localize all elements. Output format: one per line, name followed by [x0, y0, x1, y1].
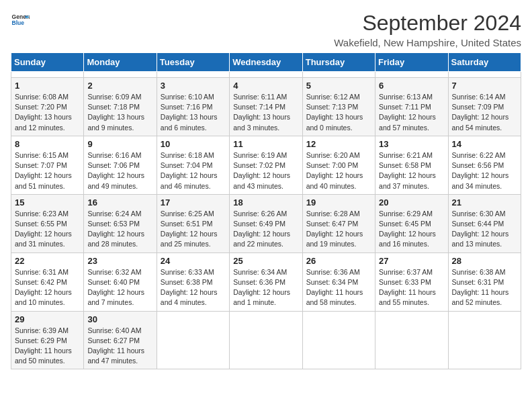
day-number: 9	[87, 139, 152, 149]
day-info: Sunrise: 6:25 AMSunset: 6:51 PMDaylight:…	[161, 209, 226, 250]
table-row: 4Sunrise: 6:11 AMSunset: 7:14 PMDaylight…	[230, 78, 302, 136]
calendar-week-row	[11, 72, 521, 78]
day-number: 3	[161, 81, 226, 91]
table-row	[11, 72, 84, 78]
location: Wakefield, New Hampshire, United States	[334, 37, 521, 48]
day-info: Sunrise: 6:36 AMSunset: 6:34 PMDaylight:…	[306, 267, 371, 308]
table-row	[302, 311, 375, 369]
calendar-week-row: 22Sunrise: 6:31 AMSunset: 6:42 PMDayligh…	[11, 253, 521, 311]
day-number: 17	[161, 197, 226, 208]
day-number: 28	[452, 256, 517, 266]
day-number: 11	[233, 139, 298, 149]
day-number: 5	[306, 81, 371, 91]
calendar-week-row: 8Sunrise: 6:15 AMSunset: 7:07 PMDaylight…	[11, 136, 521, 194]
day-info: Sunrise: 6:33 AMSunset: 6:38 PMDaylight:…	[161, 267, 226, 308]
table-row: 12Sunrise: 6:20 AMSunset: 7:00 PMDayligh…	[302, 136, 375, 194]
table-row	[230, 311, 302, 369]
table-row: 24Sunrise: 6:33 AMSunset: 6:38 PMDayligh…	[157, 253, 229, 311]
day-number: 14	[452, 139, 517, 149]
day-number: 12	[306, 139, 371, 149]
day-number: 10	[161, 139, 226, 149]
day-number: 7	[452, 81, 517, 91]
day-number: 4	[233, 81, 298, 91]
table-row: 22Sunrise: 6:31 AMSunset: 6:42 PMDayligh…	[11, 253, 84, 311]
table-row	[302, 72, 375, 78]
table-row: 18Sunrise: 6:26 AMSunset: 6:49 PMDayligh…	[230, 194, 302, 253]
table-row: 11Sunrise: 6:19 AMSunset: 7:02 PMDayligh…	[230, 136, 302, 194]
day-info: Sunrise: 6:15 AMSunset: 7:07 PMDaylight:…	[15, 150, 80, 191]
day-info: Sunrise: 6:22 AMSunset: 6:56 PMDaylight:…	[452, 150, 517, 191]
day-info: Sunrise: 6:28 AMSunset: 6:47 PMDaylight:…	[306, 209, 371, 250]
table-row	[375, 72, 448, 78]
day-info: Sunrise: 6:16 AMSunset: 7:06 PMDaylight:…	[87, 150, 152, 191]
day-number: 19	[306, 197, 371, 208]
calendar-week-row: 15Sunrise: 6:23 AMSunset: 6:55 PMDayligh…	[11, 194, 521, 253]
day-info: Sunrise: 6:10 AMSunset: 7:16 PMDaylight:…	[161, 92, 226, 133]
day-info: Sunrise: 6:13 AMSunset: 7:11 PMDaylight:…	[379, 92, 444, 133]
day-number: 27	[379, 256, 444, 266]
month-title: September 2024	[334, 11, 521, 36]
day-number: 20	[379, 197, 444, 208]
col-friday: Friday	[375, 53, 448, 72]
day-info: Sunrise: 6:23 AMSunset: 6:55 PMDaylight:…	[15, 209, 80, 250]
table-row: 8Sunrise: 6:15 AMSunset: 7:07 PMDaylight…	[11, 136, 84, 194]
table-row: 6Sunrise: 6:13 AMSunset: 7:11 PMDaylight…	[375, 78, 448, 136]
day-info: Sunrise: 6:12 AMSunset: 7:13 PMDaylight:…	[306, 92, 371, 133]
col-thursday: Thursday	[302, 53, 375, 72]
calendar-week-row: 29Sunrise: 6:39 AMSunset: 6:29 PMDayligh…	[11, 311, 521, 369]
table-row: 10Sunrise: 6:18 AMSunset: 7:04 PMDayligh…	[157, 136, 229, 194]
table-row: 20Sunrise: 6:29 AMSunset: 6:45 PMDayligh…	[375, 194, 448, 253]
day-info: Sunrise: 6:24 AMSunset: 6:53 PMDaylight:…	[87, 209, 152, 250]
day-number: 21	[452, 197, 517, 208]
day-number: 22	[15, 256, 80, 266]
table-row: 9Sunrise: 6:16 AMSunset: 7:06 PMDaylight…	[84, 136, 157, 194]
day-info: Sunrise: 6:20 AMSunset: 7:00 PMDaylight:…	[306, 150, 371, 191]
logo-icon: General Blue	[11, 11, 30, 30]
col-sunday: Sunday	[11, 53, 84, 72]
day-number: 16	[87, 197, 152, 208]
day-info: Sunrise: 6:26 AMSunset: 6:49 PMDaylight:…	[233, 209, 298, 250]
day-info: Sunrise: 6:11 AMSunset: 7:14 PMDaylight:…	[233, 92, 298, 133]
svg-text:Blue: Blue	[12, 19, 25, 26]
table-row: 15Sunrise: 6:23 AMSunset: 6:55 PMDayligh…	[11, 194, 84, 253]
day-info: Sunrise: 6:29 AMSunset: 6:45 PMDaylight:…	[379, 209, 444, 250]
col-saturday: Saturday	[448, 53, 521, 72]
page-header: General Blue September 2024 Wakefield, N…	[11, 11, 521, 48]
table-row: 23Sunrise: 6:32 AMSunset: 6:40 PMDayligh…	[84, 253, 157, 311]
table-row: 29Sunrise: 6:39 AMSunset: 6:29 PMDayligh…	[11, 311, 84, 369]
day-info: Sunrise: 6:32 AMSunset: 6:40 PMDaylight:…	[87, 267, 152, 308]
logo: General Blue	[11, 11, 30, 30]
table-row	[230, 72, 302, 78]
table-row	[375, 311, 448, 369]
day-info: Sunrise: 6:18 AMSunset: 7:04 PMDaylight:…	[161, 150, 226, 191]
day-info: Sunrise: 6:08 AMSunset: 7:20 PMDaylight:…	[15, 92, 80, 133]
day-info: Sunrise: 6:34 AMSunset: 6:36 PMDaylight:…	[233, 267, 298, 308]
calendar-week-row: 1Sunrise: 6:08 AMSunset: 7:20 PMDaylight…	[11, 78, 521, 136]
table-row: 13Sunrise: 6:21 AMSunset: 6:58 PMDayligh…	[375, 136, 448, 194]
table-row: 21Sunrise: 6:30 AMSunset: 6:44 PMDayligh…	[448, 194, 521, 253]
table-row: 1Sunrise: 6:08 AMSunset: 7:20 PMDaylight…	[11, 78, 84, 136]
day-info: Sunrise: 6:30 AMSunset: 6:44 PMDaylight:…	[452, 209, 517, 250]
table-row: 2Sunrise: 6:09 AMSunset: 7:18 PMDaylight…	[84, 78, 157, 136]
day-number: 26	[306, 256, 371, 266]
day-info: Sunrise: 6:40 AMSunset: 6:27 PMDaylight:…	[87, 326, 152, 367]
table-row: 14Sunrise: 6:22 AMSunset: 6:56 PMDayligh…	[448, 136, 521, 194]
table-row: 28Sunrise: 6:38 AMSunset: 6:31 PMDayligh…	[448, 253, 521, 311]
day-info: Sunrise: 6:38 AMSunset: 6:31 PMDaylight:…	[452, 267, 517, 308]
table-row	[157, 311, 229, 369]
table-row: 3Sunrise: 6:10 AMSunset: 7:16 PMDaylight…	[157, 78, 229, 136]
table-row	[448, 72, 521, 78]
day-info: Sunrise: 6:21 AMSunset: 6:58 PMDaylight:…	[379, 150, 444, 191]
day-number: 13	[379, 139, 444, 149]
day-info: Sunrise: 6:39 AMSunset: 6:29 PMDaylight:…	[15, 326, 80, 367]
day-number: 18	[233, 197, 298, 208]
col-tuesday: Tuesday	[157, 53, 229, 72]
calendar-table: Sunday Monday Tuesday Wednesday Thursday…	[11, 52, 521, 369]
day-number: 29	[15, 314, 80, 324]
day-info: Sunrise: 6:37 AMSunset: 6:33 PMDaylight:…	[379, 267, 444, 308]
day-number: 2	[87, 81, 152, 91]
day-number: 25	[233, 256, 298, 266]
day-info: Sunrise: 6:19 AMSunset: 7:02 PMDaylight:…	[233, 150, 298, 191]
table-row: 5Sunrise: 6:12 AMSunset: 7:13 PMDaylight…	[302, 78, 375, 136]
day-info: Sunrise: 6:14 AMSunset: 7:09 PMDaylight:…	[452, 92, 517, 133]
